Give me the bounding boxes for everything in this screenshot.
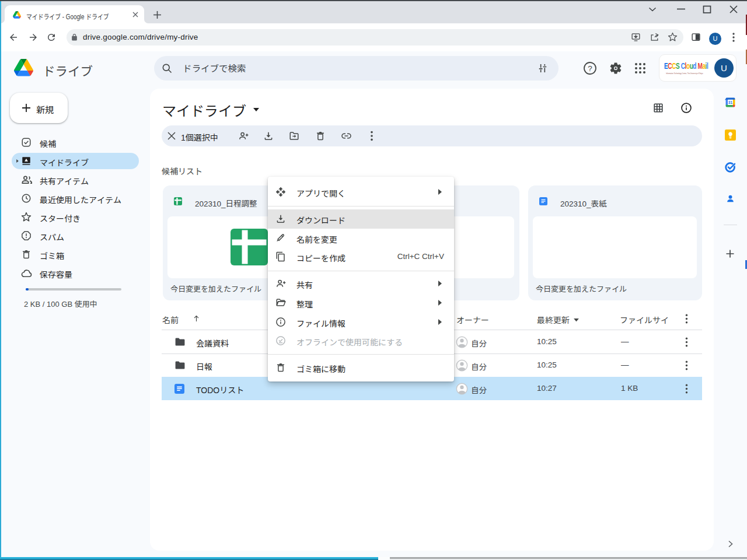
svg-text:31: 31	[728, 100, 733, 104]
svg-text:?: ?	[588, 64, 592, 73]
